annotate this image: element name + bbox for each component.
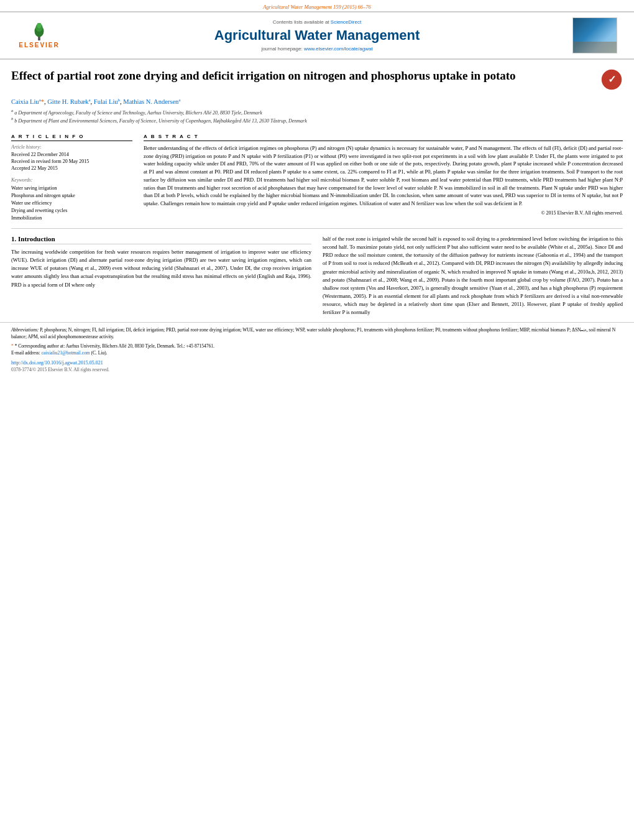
accepted-date: Accepted 22 May 2015 <box>11 165 132 171</box>
abbreviations-text: Abbreviations: P, phosphorus; N, nitroge… <box>11 326 623 341</box>
elsevier-text: ELSEVIER <box>19 42 59 48</box>
abstract-label: A B S T R A C T <box>144 134 623 141</box>
footnotes-section: Abbreviations: P, phosphorus; N, nitroge… <box>0 322 634 357</box>
abstract-text: Better understanding of the effects of d… <box>144 144 623 208</box>
keywords-section: Keywords: Water saving irrigation Phosph… <box>11 177 132 222</box>
issn-copyright: 0378-3774/© 2015 Elsevier B.V. All right… <box>0 366 634 374</box>
crossmark-icon: ✓ <box>600 68 623 91</box>
received-date: Received 22 December 2014 <box>11 152 132 157</box>
journal-thumbnail-container <box>567 17 623 53</box>
authors-line: Caixia Liua*, Gitte H. Rubæka, Fulai Liu… <box>11 97 623 105</box>
author1-link[interactable]: Caixia Liua* <box>11 98 44 105</box>
intro-col-right: half of the root zone is irrigated while… <box>323 235 623 317</box>
section-heading: 1. Introduction <box>11 235 311 244</box>
email-link[interactable]: caixialiu21@hotmail.com <box>42 350 90 356</box>
keyword-5: Immobilization <box>11 215 132 222</box>
svg-text:✓: ✓ <box>608 73 616 85</box>
abstract-copyright: © 2015 Elsevier B.V. All rights reserved… <box>144 210 623 216</box>
revised-date: Received in revised form 20 May 2015 <box>11 159 132 164</box>
author4-link[interactable]: Mathias N. Andersena <box>123 98 180 105</box>
journal-header: ELSEVIER Contents lists available at Sci… <box>0 11 634 60</box>
crossmark-container: ✓ <box>600 68 623 92</box>
keyword-4: Drying and rewetting cycles <box>11 207 132 215</box>
article-title-row: Effect of partial root zone drying and d… <box>11 68 623 92</box>
keyword-3: Water use efficiency <box>11 200 132 207</box>
elsevier-logo: ELSEVIER <box>14 22 64 48</box>
intro-text-right: half of the root zone is irrigated while… <box>323 235 623 317</box>
intro-text-left: The increasing worldwide competition for… <box>11 248 311 289</box>
email-note: E-mail address: caixialiu21@hotmail.com … <box>11 349 623 356</box>
article-title: Effect of partial root zone drying and d… <box>11 68 516 84</box>
journal-title-section: Contents lists available at ScienceDirec… <box>67 19 567 52</box>
contents-available-text: Contents lists available at ScienceDirec… <box>80 19 554 25</box>
doi-link[interactable]: http://dx.doi.org/10.1016/j.agwat.2015.0… <box>11 360 103 366</box>
abstract-col: A B S T R A C T Better understanding of … <box>144 134 623 222</box>
sciencedirect-link[interactable]: ScienceDirect <box>331 19 361 25</box>
journal-citation: Agricultural Water Management 159 (2015)… <box>0 0 634 11</box>
intro-col-left: 1. Introduction The increasing worldwide… <box>11 235 311 317</box>
journal-thumbnail <box>572 17 617 53</box>
divider-1 <box>11 228 623 229</box>
keywords-label: Keywords: <box>11 177 132 183</box>
keyword-2: Phosphorus and nitrogen uptake <box>11 192 132 200</box>
author3-link[interactable]: Fulai Liub <box>94 98 120 105</box>
journal-title: Agricultural Water Management <box>80 27 554 44</box>
affiliation-b: b b Department of Plant and Environmenta… <box>11 116 623 124</box>
article-info-col: A R T I C L E I N F O Article history: R… <box>11 134 132 222</box>
keyword-1: Water saving irrigation <box>11 185 132 192</box>
affiliation-a: a a Department of Agroecology, Faculty o… <box>11 108 623 116</box>
article-title-section: Effect of partial root zone drying and d… <box>0 60 634 129</box>
corresponding-author-note: * * Corresponding author at: Aarhus Univ… <box>11 343 623 349</box>
journal-homepage-link[interactable]: www.elsevier.com/locate/agwat <box>304 46 373 52</box>
elsevier-tree-icon <box>27 23 51 40</box>
journal-homepage: journal homepage: www.elsevier.com/locat… <box>80 46 554 52</box>
elsevier-logo-container: ELSEVIER <box>11 22 67 48</box>
author2-link[interactable]: Gitte H. Rubæka <box>47 98 90 105</box>
article-info-label: A R T I C L E I N F O <box>11 134 132 141</box>
history-label: Article history: <box>11 144 132 150</box>
doi-section: http://dx.doi.org/10.1016/j.agwat.2015.0… <box>0 357 634 366</box>
introduction-section: 1. Introduction The increasing worldwide… <box>0 235 634 317</box>
article-info-abstract: A R T I C L E I N F O Article history: R… <box>0 134 634 222</box>
